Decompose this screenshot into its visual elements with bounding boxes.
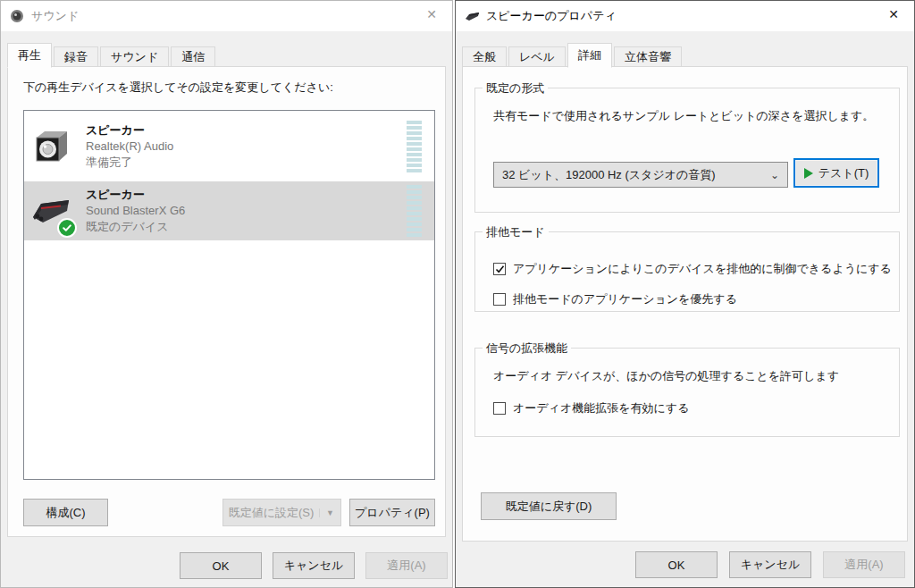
exclusive-mode-group: 排他モード アプリケーションによりこのデバイスを排他的に制御できるようにする 排…	[474, 231, 900, 312]
device-status: 既定のデバイス	[86, 219, 185, 235]
properties-tabstrip: 全般 レベル 詳細 立体音響	[462, 42, 684, 67]
speaker-device-icon	[30, 126, 71, 167]
tab-label: 全般	[473, 50, 496, 63]
default-device-check-icon	[57, 218, 77, 238]
tab-levels[interactable]: レベル	[508, 46, 566, 67]
test-button[interactable]: テスト(T)	[793, 158, 879, 188]
volume-meter	[407, 121, 422, 172]
audio-enhancements-checkbox-row[interactable]: オーディオ機能拡張を有効にする	[493, 400, 689, 416]
tab-communications[interactable]: 通信	[171, 46, 215, 67]
sound-dialog: サウンド ✕ 再生 録音 サウンド 通信 下の再生デバイスを選択してその設定を変…	[0, 0, 453, 588]
ok-button[interactable]: OK	[180, 552, 262, 579]
device-text: スピーカー Realtek(R) Audio 準備完了	[86, 122, 173, 171]
tab-label: 立体音響	[625, 50, 671, 63]
format-select[interactable]: 32 ビット、192000 Hz (スタジオの音質) ⌄	[493, 162, 788, 188]
device-row-soundblaster[interactable]: スピーカー Sound BlasterX G6 既定のデバイス	[24, 181, 434, 240]
properties-button[interactable]: プロパティ(P)	[349, 499, 435, 526]
instruction-text: 下の再生デバイスを選択してその設定を変更してください:	[23, 80, 333, 96]
sound-tabstrip: 再生 録音 サウンド 通信	[7, 42, 217, 67]
group-title: 既定の形式	[483, 80, 548, 97]
group-title: 排他モード	[483, 224, 549, 240]
checkbox-label: アプリケーションによりこのデバイスを排他的に制御できるようにする	[513, 261, 892, 277]
device-name: スピーカー	[86, 187, 185, 203]
tab-label: 再生	[18, 48, 41, 62]
soundblaster-device-icon	[30, 190, 71, 231]
speaker-properties-dialog: スピーカーのプロパティ ✕ 全般 レベル 詳細 立体音響 既定の形式 共有モード…	[455, 0, 915, 588]
set-default-split-button[interactable]: 既定値に設定(S) ▼	[222, 499, 341, 526]
format-selected-value: 32 ビット、192000 Hz (スタジオの音質)	[502, 167, 767, 183]
restore-defaults-button[interactable]: 既定値に戻す(D)	[481, 492, 617, 520]
ok-button[interactable]: OK	[635, 551, 718, 578]
tab-label: 録音	[64, 50, 88, 63]
test-button-label: テスト(T)	[818, 165, 869, 181]
checkbox-label: 排他モードのアプリケーションを優先する	[513, 291, 737, 307]
tab-label: 通信	[181, 50, 205, 63]
exclusive-priority-checkbox-row[interactable]: 排他モードのアプリケーションを優先する	[493, 291, 737, 307]
checkbox[interactable]	[493, 263, 506, 275]
exclusive-control-checkbox-row[interactable]: アプリケーションによりこのデバイスを排他的に制御できるようにする	[493, 261, 892, 277]
playback-device-list[interactable]: スピーカー Realtek(R) Audio 準備完了	[23, 110, 435, 480]
cancel-button[interactable]: キャンセル	[729, 551, 811, 578]
tab-playback[interactable]: 再生	[7, 43, 52, 68]
signal-description: オーディオ デバイスが、ほかの信号の処理することを許可します	[493, 368, 839, 384]
device-status: 準備完了	[86, 155, 173, 171]
sound-dialog-titlebar[interactable]: サウンド ✕	[1, 1, 452, 31]
set-default-dropdown-arrow-icon[interactable]: ▼	[319, 508, 340, 517]
cancel-button[interactable]: キャンセル	[273, 552, 355, 579]
tab-label: レベル	[519, 50, 555, 63]
dialog-title: サウンド	[31, 8, 79, 24]
close-icon[interactable]: ✕	[412, 1, 451, 28]
play-icon	[804, 168, 813, 179]
device-row-realtek[interactable]: スピーカー Realtek(R) Audio 準備完了	[24, 111, 434, 181]
apply-button: 適用(A)	[365, 552, 448, 579]
device-name: スピーカー	[86, 122, 173, 139]
checkbox[interactable]	[493, 293, 506, 306]
tab-sounds[interactable]: サウンド	[100, 46, 169, 67]
chevron-down-icon: ⌄	[767, 169, 779, 181]
speaker-icon	[9, 8, 25, 24]
checkbox-label: オーディオ機能拡張を有効にする	[513, 400, 689, 416]
tab-advanced[interactable]: 詳細	[567, 43, 612, 68]
default-format-group: 既定の形式 共有モードで使用されるサンプル レートとビットの深さを選択します。 …	[474, 88, 900, 213]
checkbox[interactable]	[493, 402, 506, 415]
tab-spatial-sound[interactable]: 立体音響	[614, 46, 682, 67]
tab-general[interactable]: 全般	[462, 46, 507, 67]
format-description: 共有モードで使用されるサンプル レートとビットの深さを選択します。	[493, 108, 874, 124]
tab-label: サウンド	[111, 50, 158, 63]
tab-label: 詳細	[578, 48, 601, 62]
device-detail: Realtek(R) Audio	[86, 139, 173, 155]
device-text: スピーカー Sound BlasterX G6 既定のデバイス	[86, 187, 185, 235]
tab-recording[interactable]: 録音	[54, 46, 98, 67]
group-title: 信号の拡張機能	[483, 340, 571, 357]
configure-button[interactable]: 構成(C)	[23, 499, 108, 526]
properties-dialog-titlebar[interactable]: スピーカーのプロパティ ✕	[456, 1, 914, 31]
dialog-title: スピーカーのプロパティ	[486, 8, 617, 24]
device-detail: Sound BlasterX G6	[86, 203, 185, 219]
soundblaster-icon	[464, 8, 480, 24]
close-icon[interactable]: ✕	[874, 1, 913, 28]
volume-meter	[407, 185, 422, 237]
set-default-button-label[interactable]: 既定値に設定(S)	[223, 505, 319, 521]
signal-enhancements-group: 信号の拡張機能 オーディオ デバイスが、ほかの信号の処理することを許可します オ…	[474, 348, 900, 437]
apply-button: 適用(A)	[823, 551, 905, 578]
